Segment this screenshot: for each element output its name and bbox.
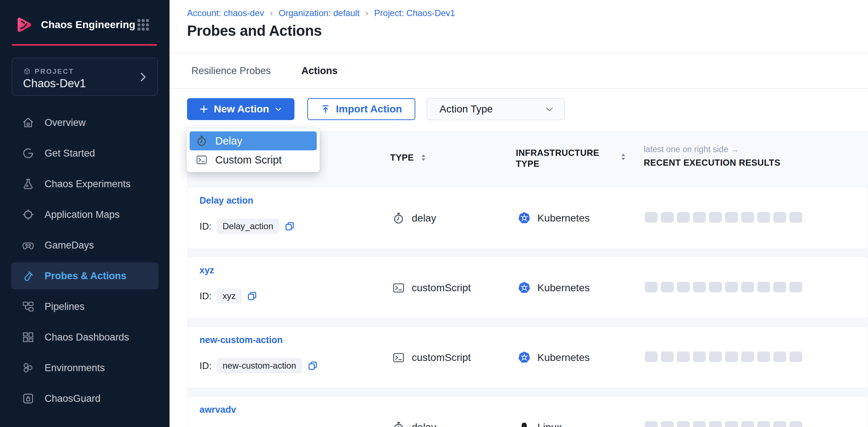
copy-icon[interactable] xyxy=(284,221,295,232)
action-type-select[interactable]: Action Type xyxy=(427,98,565,120)
sidebar-item-label: Probes & Actions xyxy=(45,270,126,282)
sidebar-item-label: Pipelines xyxy=(45,301,85,312)
breadcrumb-separator: › xyxy=(270,8,273,18)
table-row[interactable]: Delay action ID: Delay_action delay Kube… xyxy=(187,187,868,249)
action-id-value: Delay_action xyxy=(217,219,279,234)
kubernetes-icon xyxy=(518,351,531,364)
import-action-button[interactable]: Import Action xyxy=(307,98,415,120)
execution-result-placeholder xyxy=(773,212,786,223)
sidebar-item-chaosguard[interactable]: ChaosGuard xyxy=(11,385,159,412)
chevron-down-icon xyxy=(274,105,282,113)
execution-result-placeholder xyxy=(661,212,674,223)
sort-icon[interactable] xyxy=(420,153,426,162)
sidebar-item-chaos-dashboards[interactable]: Chaos Dashboards xyxy=(11,324,159,351)
execution-result-placeholder xyxy=(789,421,802,427)
action-type-value: customScript xyxy=(412,282,471,294)
execution-result-placeholder xyxy=(709,282,722,292)
recent-results-hint: latest one on right side → xyxy=(644,145,739,154)
execution-result-placeholder xyxy=(741,212,754,223)
chevron-right-icon xyxy=(138,69,149,85)
tab-actions[interactable]: Actions xyxy=(275,53,364,89)
main-content: Account: chaos-dev › Organization: defau… xyxy=(170,0,868,427)
app-title: Chaos Engineering xyxy=(41,19,136,31)
recent-execution-results xyxy=(645,421,802,427)
breadcrumb: Account: chaos-dev › Organization: defau… xyxy=(187,8,455,18)
sidebar-item-label: Get Started xyxy=(45,148,95,159)
flask-icon xyxy=(22,178,34,190)
id-label: ID: xyxy=(199,360,212,372)
sort-icon[interactable] xyxy=(620,153,626,161)
linux-icon xyxy=(518,421,531,427)
sidebar-item-overview[interactable]: Overview xyxy=(11,109,159,136)
project-label: PROJECT xyxy=(35,68,74,76)
execution-result-placeholder xyxy=(677,351,690,362)
execution-result-placeholder xyxy=(661,351,674,362)
copy-icon[interactable] xyxy=(307,360,318,371)
execution-result-placeholder xyxy=(789,212,802,223)
sidebar-nav: Overview Get Started Chaos Experiments A… xyxy=(11,109,159,416)
harness-chaos-logo-icon xyxy=(14,15,34,35)
recent-execution-results xyxy=(645,212,802,223)
home-icon xyxy=(22,116,34,129)
execution-result-placeholder xyxy=(789,282,802,292)
import-action-label: Import Action xyxy=(336,103,402,115)
execution-result-placeholder xyxy=(757,351,770,362)
sidebar-item-application-maps[interactable]: Application Maps xyxy=(11,201,159,228)
execution-result-placeholder xyxy=(645,282,658,292)
copy-icon[interactable] xyxy=(247,291,258,301)
new-action-label: New Action xyxy=(214,103,269,115)
execution-result-placeholder xyxy=(757,282,770,292)
execution-result-placeholder xyxy=(741,282,754,292)
sidebar-item-label: Application Maps xyxy=(45,209,120,220)
sidebar: Chaos Engineering PROJECT Chaos-Dev1 Ove… xyxy=(0,0,170,427)
kubernetes-icon xyxy=(518,281,531,295)
new-action-button[interactable]: New Action xyxy=(187,98,294,120)
actions-table: TYPE INFRASTRUCTURE TYPE latest one on r… xyxy=(187,131,868,427)
execution-result-placeholder xyxy=(725,282,738,292)
dropdown-item-custom-script[interactable]: Custom Script xyxy=(190,150,317,169)
breadcrumb-project-link[interactable]: Project: Chaos-Dev1 xyxy=(374,8,455,18)
action-name-link[interactable]: new-custom-action xyxy=(199,335,283,345)
sidebar-item-pipelines[interactable]: Pipelines xyxy=(11,293,159,320)
sidebar-item-probes-actions[interactable]: Probes & Actions xyxy=(11,262,159,289)
crosshair-icon xyxy=(22,208,34,221)
pipelines-icon xyxy=(22,300,34,313)
action-name-link[interactable]: Delay action xyxy=(199,195,253,206)
execution-result-placeholder xyxy=(661,421,674,427)
column-header-type: TYPE xyxy=(390,153,414,163)
breadcrumb-organization-link[interactable]: Organization: default xyxy=(279,8,359,18)
breadcrumb-separator: › xyxy=(365,8,368,18)
upload-icon xyxy=(321,104,330,114)
id-label: ID: xyxy=(199,291,212,302)
execution-result-placeholder xyxy=(709,421,722,427)
tab-resilience-probes[interactable]: Resilience Probes xyxy=(187,53,275,89)
table-row[interactable]: xyz ID: xyz customScript Kubernetes xyxy=(187,257,868,319)
execution-result-placeholder xyxy=(741,421,754,427)
sidebar-item-get-started[interactable]: Get Started xyxy=(11,140,159,167)
dropdown-item-delay[interactable]: Delay xyxy=(190,131,317,150)
sidebar-item-label: Chaos Dashboards xyxy=(45,332,129,343)
sidebar-item-chaos-experiments[interactable]: Chaos Experiments xyxy=(11,170,159,197)
execution-result-placeholder xyxy=(789,351,802,362)
sidebar-item-gamedays[interactable]: GameDays xyxy=(11,232,159,259)
module-grid-icon[interactable] xyxy=(136,18,151,32)
breadcrumb-account-link[interactable]: Account: chaos-dev xyxy=(187,8,264,18)
execution-result-placeholder xyxy=(757,212,770,223)
gamepad-icon xyxy=(22,239,34,251)
stopwatch-icon xyxy=(195,135,208,147)
sidebar-item-environments[interactable]: Environments xyxy=(11,354,159,381)
execution-result-placeholder xyxy=(741,351,754,362)
action-name-link[interactable]: awrvadv xyxy=(199,404,236,415)
sidebar-item-label: Chaos Experiments xyxy=(45,178,131,190)
dropdown-item-label: Custom Script xyxy=(215,154,282,166)
dropdown-item-label: Delay xyxy=(215,135,242,147)
id-label: ID: xyxy=(199,221,212,232)
project-selector[interactable]: PROJECT Chaos-Dev1 xyxy=(12,58,158,96)
table-row[interactable]: new-custom-action ID: new-custom-action … xyxy=(187,326,868,388)
stopwatch-icon xyxy=(392,212,405,225)
new-action-dropdown: Delay Custom Script xyxy=(187,128,320,172)
table-row[interactable]: awrvadv delay Linux xyxy=(187,396,868,427)
action-name-link[interactable]: xyz xyxy=(199,265,214,276)
test-tube-icon xyxy=(22,270,34,282)
execution-result-placeholder xyxy=(661,282,674,292)
